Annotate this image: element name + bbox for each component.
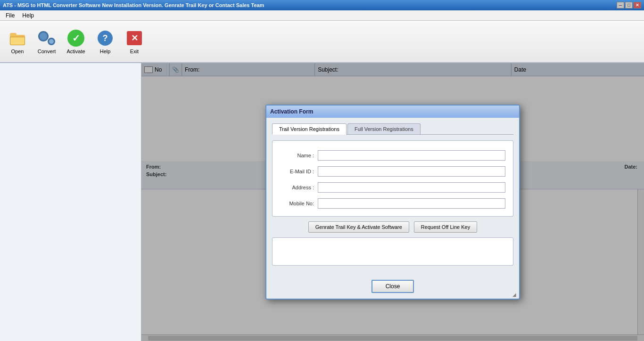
name-label: Name : bbox=[280, 153, 318, 158]
email-row: E-Mail ID : bbox=[280, 166, 505, 177]
request-offline-key-button[interactable]: Request Off Line Key bbox=[414, 221, 477, 233]
open-button[interactable]: Open bbox=[4, 23, 31, 60]
menu-help[interactable]: Help bbox=[18, 11, 38, 20]
dialog-footer: Close bbox=[266, 276, 519, 299]
email-label: E-Mail ID : bbox=[280, 169, 318, 174]
action-buttons: Genrate Trail Key & Activate Software Re… bbox=[272, 221, 513, 233]
convert-button[interactable]: Convert bbox=[33, 23, 60, 60]
convert-icon bbox=[37, 29, 56, 48]
mobile-label: Mobile No: bbox=[280, 201, 318, 206]
activation-dialog: Activation Form Trail Version Registrati… bbox=[265, 105, 520, 300]
address-input[interactable] bbox=[318, 182, 505, 193]
help-icon bbox=[96, 29, 115, 48]
activate-icon bbox=[66, 29, 85, 48]
main-area: No 📎 From: Subject: Date From: bbox=[0, 63, 644, 341]
tab-bar: Trail Version Registrations Full Version… bbox=[272, 123, 513, 135]
close-dialog-button[interactable]: Close bbox=[372, 280, 414, 293]
convert-label: Convert bbox=[38, 49, 56, 54]
left-panel bbox=[0, 63, 141, 341]
toolbar: Open Convert Activate Help bbox=[0, 21, 644, 63]
name-input[interactable] bbox=[318, 150, 505, 161]
dialog-title-bar: Activation Form bbox=[266, 106, 519, 118]
help-label: Help bbox=[100, 49, 111, 54]
minimize-button[interactable]: ─ bbox=[617, 2, 624, 8]
title-bar-controls: ─ □ ✕ bbox=[617, 2, 641, 8]
address-label: Address : bbox=[280, 185, 318, 190]
title-bar: ATS - MSG to HTML Converter Software New… bbox=[0, 0, 644, 10]
resize-handle[interactable]: ◢ bbox=[512, 292, 518, 298]
tab-full[interactable]: Full Version Registrations bbox=[347, 123, 421, 134]
output-area bbox=[272, 237, 513, 266]
tab-trail[interactable]: Trail Version Registrations bbox=[272, 123, 347, 135]
maximize-button[interactable]: □ bbox=[625, 2, 633, 8]
generate-trail-key-button[interactable]: Genrate Trail Key & Activate Software bbox=[308, 221, 409, 233]
modal-overlay: Activation Form Trail Version Registrati… bbox=[141, 63, 644, 341]
name-row: Name : bbox=[280, 150, 505, 161]
mobile-input[interactable] bbox=[318, 198, 505, 209]
menu-file[interactable]: File bbox=[2, 11, 18, 20]
right-area: No 📎 From: Subject: Date From: bbox=[141, 63, 644, 341]
dialog-body: Trail Version Registrations Full Version… bbox=[266, 118, 519, 276]
activate-button[interactable]: Activate bbox=[62, 23, 90, 60]
mobile-row: Mobile No: bbox=[280, 198, 505, 209]
registration-form: Name : E-Mail ID : Address : Mobile bbox=[272, 140, 513, 217]
menu-bar: File Help bbox=[0, 10, 644, 21]
exit-button[interactable]: Exit bbox=[121, 23, 148, 60]
address-row: Address : bbox=[280, 182, 505, 193]
help-button[interactable]: Help bbox=[91, 23, 119, 60]
exit-icon bbox=[125, 29, 144, 48]
email-input[interactable] bbox=[318, 166, 505, 177]
exit-label: Exit bbox=[130, 49, 139, 54]
open-label: Open bbox=[11, 49, 24, 54]
window-close-button[interactable]: ✕ bbox=[634, 2, 641, 8]
activate-label: Activate bbox=[66, 49, 85, 54]
open-icon bbox=[8, 29, 27, 48]
window-title: ATS - MSG to HTML Converter Software New… bbox=[3, 2, 617, 8]
dialog-title: Activation Form bbox=[270, 108, 313, 115]
